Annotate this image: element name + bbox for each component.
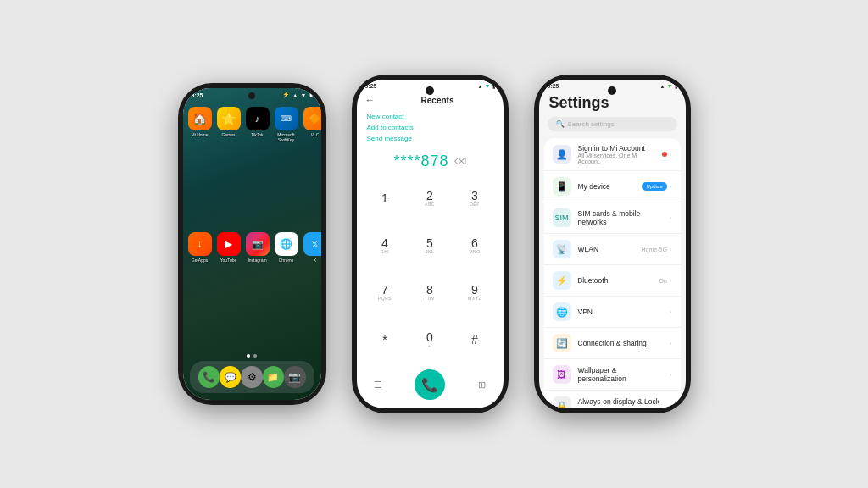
call-button[interactable]: 📞 <box>415 369 445 400</box>
dial-key-3[interactable]: 3 DEF <box>453 175 497 221</box>
app-chrome[interactable]: 🌐 Chrome <box>275 232 298 347</box>
dock-files[interactable]: 📁 <box>263 366 284 388</box>
miaccount-content: Sign in to Mi Account All Mi services. O… <box>578 144 655 164</box>
lockscreen-content: Always-on display & Lock screen <box>578 397 663 408</box>
time-phone3: 9:25 <box>548 83 559 89</box>
settings-item-wlan[interactable]: 📡 WLAN Home-5G › <box>544 234 681 265</box>
app-mihome[interactable]: 🏠 Mi Home <box>188 107 212 227</box>
add-to-contacts-link[interactable]: Add to contacts <box>367 124 493 131</box>
bluetooth-right: On › <box>659 277 671 285</box>
dial-key-9[interactable]: 9 WXYZ <box>453 270 497 316</box>
notification-dot <box>662 152 667 157</box>
time-phone2: 9:25 <box>365 83 377 89</box>
settings-list: 👤 Sign in to Mi Account All Mi services.… <box>544 138 681 408</box>
wlan-content: WLAN <box>578 245 635 253</box>
wifi-icon-p2: ▼ <box>485 83 491 89</box>
app-tiktok[interactable]: ♪ TikTok <box>246 107 270 227</box>
settings-item-miaccount[interactable]: 👤 Sign in to Mi Account All Mi services.… <box>544 138 681 171</box>
sim-right: › <box>670 214 672 222</box>
app-swiftkey[interactable]: ⌨ Microsoft SwiftKey <box>275 107 298 227</box>
dial-key-4[interactable]: 4 GHI <box>364 223 407 269</box>
settings-item-sim[interactable]: SIM SIM cards & mobile networks › <box>544 202 681 234</box>
time-phone1: 9:25 <box>192 92 203 98</box>
sim-icon: SIM <box>553 208 571 227</box>
back-button[interactable]: ← <box>365 94 376 106</box>
dialpad: 1 2 ABC 3 DEF 4 GHI 5 JKL <box>357 174 504 364</box>
mydevice-content: My device <box>578 182 636 191</box>
new-contact-link[interactable]: New contact <box>367 113 493 120</box>
chevron-icon: › <box>670 277 672 285</box>
wlan-icon: 📡 <box>553 240 571 258</box>
send-message-link[interactable]: Send message <box>367 135 493 142</box>
battery-icon-p3: ▮ <box>675 83 677 89</box>
app-grid-row1: 🏠 Mi Home ⭐ Games ♪ TikTok ⌨ Microsoft S… <box>183 100 321 354</box>
bluetooth-icon-s: ⚡ <box>553 271 571 290</box>
dial-key-0[interactable]: 0 + <box>409 317 452 363</box>
wlan-right: Home-5G › <box>641 246 671 253</box>
dial-key-star[interactable]: * <box>364 317 407 363</box>
signal-icon: ▲ <box>292 92 298 98</box>
dial-key-6[interactable]: 6 MNO <box>453 223 497 269</box>
app-youtube[interactable]: ▶ YouTube <box>217 232 241 347</box>
dial-key-1[interactable]: 1 <box>364 175 407 221</box>
chevron-icon: › <box>670 402 672 409</box>
page-indicator <box>183 354 321 361</box>
page-dot-1 <box>247 354 250 358</box>
app-games[interactable]: ⭐ Games <box>217 107 241 227</box>
connection-icon: 🔄 <box>553 334 571 352</box>
dial-key-2[interactable]: 2 ABC <box>409 175 452 221</box>
bluetooth-icon: ⚡ <box>282 92 290 98</box>
app-vlc[interactable]: 🔶 VLC <box>303 107 321 227</box>
chevron-icon: › <box>670 183 672 191</box>
search-icon: 🔍 <box>556 120 565 128</box>
chevron-icon: › <box>670 151 672 158</box>
mydevice-right: Update › <box>642 182 671 191</box>
search-placeholder: Search settings <box>568 120 615 128</box>
bluetooth-content: Bluetooth <box>578 276 653 285</box>
dock-messages[interactable]: 💬 <box>220 366 241 388</box>
settings-item-connection[interactable]: 🔄 Connection & sharing › <box>544 328 681 359</box>
lockscreen-right: › <box>670 402 672 409</box>
chevron-icon: › <box>670 371 672 379</box>
settings-search-bar[interactable]: 🔍 Search settings <box>548 117 677 131</box>
settings-item-mydevice[interactable]: 📱 My device Update › <box>544 171 681 202</box>
dial-key-7[interactable]: 7 PQRS <box>364 270 407 316</box>
wallpaper-content: Wallpaper & personalization <box>578 366 663 383</box>
wallpaper-icon: 🖼 <box>553 365 571 384</box>
vpn-icon: 🌐 <box>553 302 571 321</box>
signal-icon-p3: ▲ <box>660 84 665 89</box>
settings-item-lockscreen[interactable]: 🔒 Always-on display & Lock screen › <box>544 391 681 408</box>
dial-number: ****878 <box>393 152 448 170</box>
phone1-home: 9:25 ⚡ ▲ ▼ ▮ 🏠 Mi Home ⭐ Games <box>178 83 326 405</box>
phone3-settings: 9:25 ▲ ▼ ▮ Settings 🔍 Search settings 👤 … <box>534 75 691 413</box>
lockscreen-icon: 🔒 <box>553 396 571 408</box>
vpn-content: VPN <box>578 308 663 316</box>
dial-display: ****878 ⌫ <box>357 146 504 174</box>
dock-phone[interactable]: 📞 <box>198 366 220 388</box>
dial-key-5[interactable]: 5 JKL <box>409 223 452 269</box>
app-instagram[interactable]: 📷 Instagram <box>246 232 270 347</box>
page-dot-2 <box>253 354 257 358</box>
vpn-right: › <box>670 308 672 316</box>
signal-icon-p2: ▲ <box>478 84 483 89</box>
settings-item-bluetooth[interactable]: ⚡ Bluetooth On › <box>544 265 681 297</box>
backspace-button[interactable]: ⌫ <box>454 157 466 166</box>
app-getapps[interactable]: ↓ GetApps <box>188 232 212 347</box>
dial-grid-icon[interactable]: ⊞ <box>473 375 492 394</box>
dial-key-hash[interactable]: # <box>453 317 497 363</box>
front-camera-phone3 <box>608 86 616 95</box>
dock-settings[interactable]: ⚙ <box>241 366 262 388</box>
dialer-title: Recents <box>381 96 495 105</box>
dialer-bottom-bar: ☰ 📞 ⊞ <box>357 364 504 408</box>
connection-right: › <box>670 340 672 347</box>
app-twitter[interactable]: 𝕏 X <box>303 232 321 347</box>
settings-item-vpn[interactable]: 🌐 VPN › <box>544 297 681 328</box>
dock-camera[interactable]: 📷 <box>284 366 305 388</box>
update-badge: Update <box>642 182 666 191</box>
dial-menu-icon[interactable]: ☰ <box>369 375 387 394</box>
miaccount-icon: 👤 <box>553 145 571 164</box>
settings-item-wallpaper[interactable]: 🖼 Wallpaper & personalization › <box>544 359 681 391</box>
dial-key-8[interactable]: 8 TUV <box>409 270 452 316</box>
connection-content: Connection & sharing <box>578 339 663 347</box>
chevron-icon: › <box>670 308 672 316</box>
